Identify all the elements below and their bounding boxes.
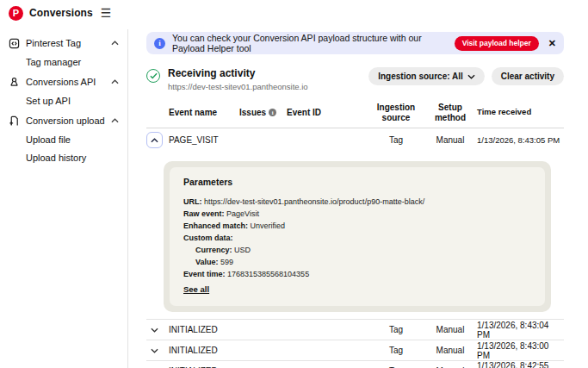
header-event-id: Event ID — [287, 108, 368, 118]
app-title: Conversions — [29, 7, 93, 19]
header-ingestion-source: Ingestion source — [368, 103, 424, 122]
chevron-up-icon[interactable] — [111, 118, 119, 123]
event-details-panel: Parameters URL: https://dev-test-sitev01… — [164, 161, 551, 312]
info-icon: i — [154, 38, 165, 49]
header-setup-method: Setup method — [424, 103, 477, 122]
param-currency: Currency: USD — [183, 244, 531, 256]
expand-row-button[interactable] — [146, 363, 163, 368]
main-content: i You can check your Conversion API payl… — [129, 26, 588, 368]
api-icon — [8, 76, 20, 88]
sidebar-item-upload-file[interactable]: Upload file — [0, 130, 127, 148]
table-row: PAGE_VISIT Tag Manual 1/13/2026, 8:43:05… — [146, 128, 564, 152]
sidebar-item-pinterest-tag[interactable]: Pinterest Tag — [0, 34, 127, 53]
chevron-up-icon[interactable] — [111, 41, 119, 46]
param-custom-data: Custom data: — [183, 232, 531, 244]
sidebar-item-label: Conversion upload — [26, 115, 105, 126]
issues-info-icon[interactable]: i — [269, 109, 276, 116]
event-name-cell: INITIALIZED — [169, 325, 239, 334]
header-issues: Issues i — [239, 108, 287, 118]
chevron-up-icon[interactable] — [111, 79, 119, 84]
sidebar-item-upload-history[interactable]: Upload history — [0, 148, 127, 166]
table-row: INITIALIZED Tag Manual 1/13/2026, 8:43:0… — [146, 319, 564, 340]
sidebar-item-conversion-upload[interactable]: Conversion upload — [0, 111, 127, 130]
param-currency-value: USD — [234, 246, 251, 254]
setup-method-cell: Manual — [424, 325, 477, 334]
close-icon[interactable]: ✕ — [548, 39, 556, 48]
param-value-value: 599 — [220, 258, 233, 266]
clear-activity-button[interactable]: Clear activity — [492, 67, 564, 85]
ingestion-source-filter[interactable]: Ingestion source: All — [368, 67, 485, 85]
setup-method-cell: Manual — [424, 346, 477, 355]
event-name-cell: PAGE_VISIT — [169, 135, 239, 145]
param-event-time-value: 1768315385568104355 — [227, 270, 309, 278]
collapse-row-button[interactable] — [146, 132, 163, 148]
param-event-time-label: Event time: — [183, 270, 226, 278]
receiving-activity-header: Receiving activity https://dev-test-site… — [146, 67, 564, 91]
chevron-down-icon — [467, 74, 475, 79]
site-url: https://dev-test-sitev01.pantheonsite.io — [168, 82, 308, 91]
param-raw-event-label: Raw event: — [183, 209, 225, 218]
ingestion-source-filter-label: Ingestion source: All — [378, 72, 463, 81]
event-name-cell: INITIALIZED — [169, 346, 239, 355]
param-enhanced-match-label: Enhanced match: — [183, 221, 248, 230]
expand-row-button[interactable] — [146, 321, 163, 338]
time-received-cell: 1/13/2026, 8:43:00 PM — [477, 341, 564, 360]
header-issues-label: Issues — [239, 108, 266, 118]
param-url-label: URL: — [183, 197, 202, 206]
expand-row-button[interactable] — [146, 342, 163, 359]
parameters-title: Parameters — [183, 177, 531, 187]
sidebar-item-set-up-api[interactable]: Set up API — [0, 91, 127, 109]
param-enhanced-match: Enhanced match: Unverified — [183, 220, 531, 232]
sidebar: Pinterest Tag Tag manager Conversions AP… — [0, 29, 128, 368]
time-received-cell: 1/13/2026, 8:43:05 PM — [477, 135, 564, 145]
sidebar-item-label: Tag manager — [26, 57, 81, 67]
param-custom-data-label: Custom data: — [183, 234, 233, 242]
param-url: URL: https://dev-test-sitev01.pantheonsi… — [183, 196, 531, 208]
param-url-value: https://dev-test-sitev01.pantheonsite.io… — [204, 197, 424, 206]
param-value: Value: 599 — [183, 256, 531, 268]
time-received-cell: 1/13/2026, 8:42:55 PM — [477, 361, 564, 368]
param-raw-event-value: PageVisit — [226, 209, 259, 218]
see-all-link[interactable]: See all — [183, 284, 209, 294]
param-event-time: Event time: 1768315385568104355 — [183, 268, 531, 280]
events-table-header: Event name Issues i Event ID Ingestion s… — [146, 103, 564, 128]
sidebar-item-label: Pinterest Tag — [26, 38, 81, 48]
ingestion-source-cell: Tag — [368, 346, 424, 355]
success-check-icon — [146, 69, 160, 83]
ingestion-source-cell: Tag — [368, 135, 424, 145]
sidebar-item-label: Set up API — [26, 96, 71, 106]
receiving-activity-title: Receiving activity — [168, 67, 308, 79]
tag-code-icon — [8, 37, 20, 49]
menu-icon[interactable]: ☰ — [101, 7, 112, 19]
payload-helper-banner: i You can check your Conversion API payl… — [146, 32, 564, 54]
header-event-name: Event name — [169, 108, 239, 118]
banner-message: You can check your Conversion API payloa… — [172, 33, 455, 53]
visit-payload-helper-button[interactable]: Visit payload helper — [455, 36, 539, 51]
header-time-received: Time received — [477, 108, 564, 117]
param-raw-event: Raw event: PageVisit — [183, 208, 531, 220]
param-currency-label: Currency: — [195, 246, 232, 254]
ingestion-source-cell: Tag — [368, 325, 424, 334]
file-upload-icon — [8, 115, 20, 127]
sidebar-item-label: Conversions API — [26, 77, 96, 87]
sidebar-item-label: Upload history — [26, 153, 86, 163]
time-received-cell: 1/13/2026, 8:43:04 PM — [477, 321, 564, 340]
table-row: INITIALIZED Tag Manual 1/13/2026, 8:42:5… — [146, 360, 564, 368]
sidebar-item-conversions-api[interactable]: Conversions API — [0, 72, 127, 91]
param-enhanced-match-value: Unverified — [251, 221, 286, 230]
pinterest-logo-icon[interactable]: P — [9, 6, 23, 21]
table-row: INITIALIZED Tag Manual 1/13/2026, 8:43:0… — [146, 340, 564, 360]
sidebar-item-label: Upload file — [26, 134, 71, 145]
setup-method-cell: Manual — [424, 135, 477, 145]
top-bar: P Conversions ☰ — [0, 0, 588, 26]
chevron-up-icon — [151, 138, 158, 143]
chevron-down-icon — [151, 327, 158, 333]
param-value-label: Value: — [195, 258, 219, 266]
sidebar-item-tag-manager[interactable]: Tag manager — [0, 53, 127, 71]
chevron-down-icon — [151, 348, 158, 353]
